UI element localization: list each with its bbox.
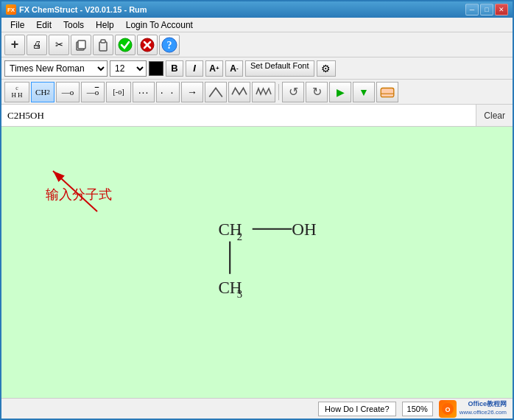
single-bond-left-button[interactable]: —o <box>56 82 80 102</box>
office-badge: O Office教程网 www.office26.com <box>439 400 507 418</box>
set-default-font-button[interactable]: Set Default Font <box>245 60 314 77</box>
ch2-group-button[interactable]: CH2 <box>31 82 54 102</box>
color-picker[interactable] <box>149 61 163 76</box>
office-text: Office教程网 www.office26.com <box>460 400 507 416</box>
canvas-area[interactable]: 输入分子式 CH 2 OH CH 3 <box>1 127 513 398</box>
separator <box>278 84 279 100</box>
print-button[interactable]: 🖨 <box>27 35 47 55</box>
add-button[interactable]: + <box>4 35 25 55</box>
title-bar-controls: ─ □ ✕ <box>465 4 508 15</box>
zigzag3-button[interactable] <box>252 82 275 102</box>
font-size-select[interactable]: 12 <box>110 60 147 77</box>
status-bar: How Do I Create? 150% O Office教程网 www.of… <box>1 398 513 419</box>
svg-text:O: O <box>445 406 450 413</box>
office-icon: O <box>439 400 457 418</box>
subscript-button[interactable]: A- <box>225 60 243 77</box>
toolbar1: + 🖨 ✂ ? <box>1 32 513 57</box>
svg-text:3: 3 <box>237 288 242 300</box>
toolbar3: c H H CH2 —o —o [-o] ··· · · → <box>1 80 513 105</box>
svg-text:OH: OH <box>292 220 317 239</box>
zigzag1-button[interactable] <box>205 82 227 102</box>
title-bar-left: FX FX ChemStruct - V20.01.15 - Rum <box>6 4 147 15</box>
app-title: FX ChemStruct - V20.01.15 - Rum <box>19 5 147 14</box>
maximize-button[interactable]: □ <box>480 4 493 15</box>
italic-button[interactable]: I <box>186 60 203 77</box>
forward-button[interactable]: ▶ <box>329 82 351 102</box>
menu-file[interactable]: File <box>4 18 30 32</box>
menu-edit[interactable]: Edit <box>30 18 57 32</box>
formula-area: Clear <box>1 105 513 127</box>
superscript-button[interactable]: A+ <box>205 60 223 77</box>
formula-input[interactable] <box>1 105 476 126</box>
title-bar: FX FX ChemStruct - V20.01.15 - Rum ─ □ ✕ <box>1 1 513 18</box>
menu-login[interactable]: Login To Account <box>120 18 199 32</box>
cancel-button[interactable] <box>137 35 158 55</box>
zigzag2-button[interactable] <box>228 82 250 102</box>
svg-point-4 <box>119 38 132 52</box>
help-button[interactable]: ? <box>159 35 180 55</box>
undo-button[interactable]: ↺ <box>282 82 304 102</box>
ok-button[interactable] <box>115 35 135 55</box>
redo-button[interactable]: ↻ <box>306 82 328 102</box>
dots3-button[interactable]: ··· <box>133 82 155 102</box>
svg-rect-2 <box>99 42 107 51</box>
down-button[interactable]: ▼ <box>353 82 375 102</box>
font-name-select[interactable]: Times New Roman <box>4 60 108 77</box>
eraser-button[interactable] <box>376 82 398 102</box>
bold-button[interactable]: B <box>166 60 183 77</box>
toolbar2: Times New Roman 12 B I A+ A- Set Default… <box>1 57 513 80</box>
app-icon: FX <box>6 4 16 15</box>
copy-button[interactable] <box>71 35 91 55</box>
svg-rect-10 <box>381 88 394 97</box>
minimize-button[interactable]: ─ <box>465 4 479 15</box>
chemical-structure: CH 2 OH CH 3 <box>1 127 513 398</box>
single-bond-right-button[interactable]: —o <box>81 82 105 102</box>
clear-button[interactable]: Clear <box>476 105 513 126</box>
zoom-display: 150% <box>402 402 433 416</box>
ch-group-button[interactable]: c H H <box>4 82 29 102</box>
close-button[interactable]: ✕ <box>495 4 508 15</box>
dots2-button[interactable]: · · <box>156 82 180 102</box>
main-content: + 🖨 ✂ ? Times New Roman <box>1 32 513 419</box>
svg-text:?: ? <box>167 40 172 51</box>
how-do-i-input[interactable]: How Do I Create? <box>318 402 395 416</box>
svg-rect-3 <box>101 40 105 43</box>
svg-rect-1 <box>78 41 85 49</box>
cut-button[interactable]: ✂ <box>49 35 69 55</box>
menu-help[interactable]: Help <box>90 18 120 32</box>
app-window: FX FX ChemStruct - V20.01.15 - Rum ─ □ ✕… <box>0 0 514 420</box>
paste-button[interactable] <box>93 35 113 55</box>
menu-tools[interactable]: Tools <box>57 18 90 32</box>
menu-bar: File Edit Tools Help Login To Account <box>1 18 513 32</box>
bracket-button[interactable]: [-o] <box>106 82 131 102</box>
arrow-right-button[interactable]: → <box>181 82 203 102</box>
svg-text:2: 2 <box>237 231 242 242</box>
gear-button[interactable]: ⚙ <box>317 60 336 77</box>
